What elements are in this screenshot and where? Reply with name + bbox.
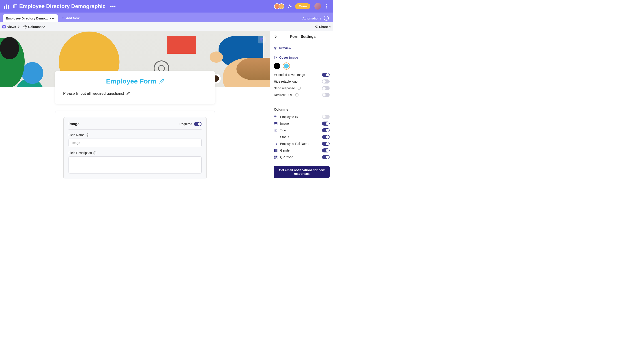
field-config-card: Image Required Field Name i Field Descri… [63, 117, 207, 179]
column-type-icon [274, 148, 278, 152]
columns-heading: Columns [274, 108, 330, 111]
info-icon[interactable]: i [93, 151, 96, 154]
column-label: Title [280, 128, 286, 132]
chat-icon[interactable] [324, 16, 329, 20]
form-description[interactable]: Please fill out all required questions! [63, 91, 207, 96]
svg-point-12 [317, 26, 318, 26]
redirect-url-toggle[interactable] [322, 93, 330, 97]
svg-point-21 [275, 123, 276, 123]
option-send-response: Send responsei [274, 85, 330, 92]
form-canvas[interactable]: Employee Form Please fill out all requir… [0, 31, 270, 182]
avatar [278, 3, 284, 9]
app-header: Employee Directory Demographic ••• Team … [0, 0, 333, 12]
column-row: Status [274, 134, 330, 140]
info-icon[interactable]: i [86, 134, 89, 136]
column-visibility-toggle[interactable] [322, 122, 330, 126]
panel-title: Form Settings [276, 34, 330, 39]
column-row: TTEmployee Full Name [274, 140, 330, 147]
column-visibility-toggle[interactable] [322, 142, 330, 146]
option-redirect-url: Redirect URLi [274, 92, 330, 98]
automations-link[interactable]: Automations [302, 16, 321, 20]
column-label: Image [280, 122, 289, 125]
column-type-icon [274, 128, 278, 132]
column-visibility-toggle[interactable] [322, 148, 330, 152]
header-more-button[interactable]: ⋮ [324, 3, 329, 9]
workspace-menu-button[interactable]: ••• [110, 3, 116, 9]
extended-cover-toggle[interactable] [322, 73, 330, 77]
svg-rect-39 [276, 158, 277, 158]
svg-point-14 [317, 27, 318, 28]
column-type-icon [274, 122, 278, 126]
add-new-button[interactable]: + Add New [59, 14, 82, 22]
field-section-title: Image [68, 122, 80, 126]
preview-link[interactable]: Preview [274, 45, 330, 51]
color-presets [274, 61, 330, 72]
svg-point-33 [274, 149, 275, 150]
share-button[interactable]: Share [314, 25, 331, 29]
option-extended-cover: Extended cover image [274, 72, 330, 78]
color-swatch-cyan-selected[interactable] [283, 63, 290, 69]
color-swatch-black[interactable] [274, 63, 280, 69]
edit-icon[interactable] [126, 92, 130, 95]
eye-icon [274, 46, 278, 50]
field-name-input[interactable] [68, 138, 202, 147]
column-type-icon [274, 155, 278, 159]
svg-line-15 [316, 27, 317, 27]
plus-icon: + [62, 16, 64, 20]
image-icon [274, 56, 278, 59]
columns-button[interactable]: Columns [23, 25, 45, 29]
tab-menu-button[interactable]: ••• [50, 16, 55, 20]
column-type-icon: TT [274, 142, 278, 146]
column-label: Employee ID [280, 115, 298, 119]
views-button[interactable]: 9 Views [2, 25, 19, 29]
team-button[interactable]: Team [295, 3, 310, 9]
column-label: Employee Full Name [280, 142, 309, 146]
user-avatar[interactable] [314, 3, 321, 10]
form-fields-container: Image Required Field Name i Field Descri… [55, 110, 215, 182]
chevron-right-icon [17, 26, 20, 28]
edit-icon[interactable] [159, 79, 164, 84]
svg-rect-37 [276, 156, 278, 157]
chevron-down-icon [329, 25, 331, 28]
share-icon [314, 25, 318, 28]
column-label: QR Code [280, 155, 293, 159]
gear-icon [23, 25, 27, 29]
column-visibility-toggle[interactable] [322, 115, 330, 119]
column-visibility-toggle[interactable] [322, 128, 330, 132]
views-count-badge: 9 [2, 25, 6, 28]
column-visibility-toggle[interactable] [322, 135, 330, 139]
hide-logo-toggle[interactable] [322, 80, 330, 84]
column-visibility-toggle[interactable] [322, 155, 330, 159]
required-toggle[interactable] [194, 122, 202, 126]
svg-rect-40 [277, 158, 278, 159]
column-label: Gender [280, 149, 291, 152]
chevron-down-icon [42, 25, 45, 28]
tab-bar: Employee Directory Demo… ••• + Add New A… [0, 12, 333, 22]
info-icon[interactable]: i [298, 87, 301, 90]
layout-icon [13, 4, 18, 8]
svg-point-2 [289, 6, 291, 7]
svg-rect-38 [274, 158, 276, 159]
option-hide-logo: Hide retable logo [274, 78, 330, 85]
column-type-icon [274, 115, 278, 119]
svg-rect-36 [274, 156, 276, 157]
form-title[interactable]: Employee Form [63, 78, 207, 85]
cover-image-link[interactable]: Cover image [274, 54, 330, 61]
svg-line-10 [291, 5, 291, 5]
collaborators[interactable] [276, 3, 284, 9]
toolbar: 9 Views Columns Share [0, 22, 333, 31]
column-row: Employee ID [274, 114, 330, 120]
email-notifications-button[interactable]: Get email notifications for new response… [274, 166, 330, 178]
svg-line-16 [316, 26, 317, 26]
send-response-toggle[interactable] [322, 86, 330, 90]
form-settings-panel: Form Settings Preview Cover image [270, 31, 333, 182]
trash-icon [260, 38, 264, 42]
delete-cover-button[interactable] [258, 36, 266, 44]
tab-active[interactable]: Employee Directory Demo… ••• [3, 14, 58, 22]
info-icon[interactable]: i [295, 93, 298, 96]
column-row: Gender [274, 147, 330, 154]
theme-toggle-icon[interactable] [288, 4, 292, 8]
workspace-title[interactable]: Employee Directory Demographic [13, 3, 106, 10]
field-description-input[interactable] [68, 156, 202, 174]
column-row: QR Code [274, 154, 330, 160]
